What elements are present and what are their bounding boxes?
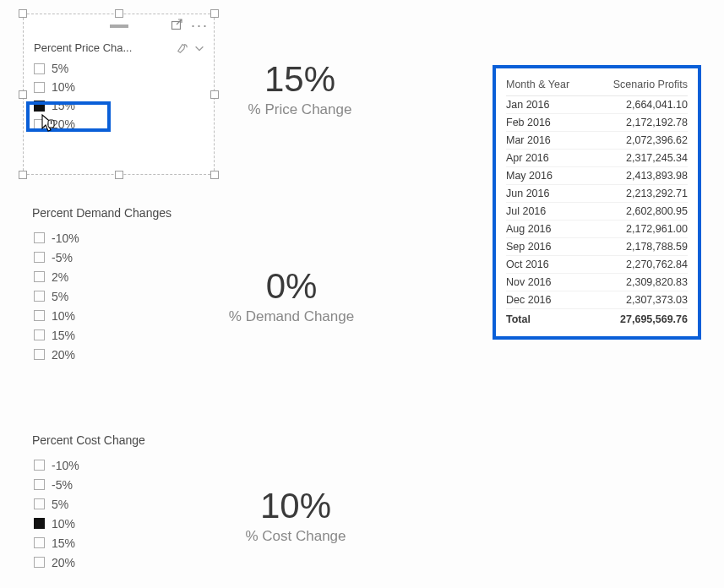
cell-profit: 2,602,800.95 bbox=[590, 203, 688, 220]
checkbox-icon[interactable] bbox=[34, 63, 45, 74]
slicer-option[interactable]: 10% bbox=[32, 514, 145, 533]
table-row[interactable]: May 20162,413,893.98 bbox=[506, 167, 688, 185]
slicer-option[interactable]: 15% bbox=[30, 96, 207, 115]
checkbox-icon[interactable] bbox=[34, 479, 45, 490]
option-label: 2% bbox=[52, 270, 68, 284]
checkbox-icon[interactable] bbox=[34, 119, 45, 130]
cell-profit: 2,664,041.10 bbox=[590, 96, 688, 114]
price-slicer-options: 5% 10% 15% 20% bbox=[24, 59, 214, 177]
checkbox-icon[interactable] bbox=[34, 101, 45, 112]
option-label: 20% bbox=[52, 556, 75, 569]
checkbox-icon[interactable] bbox=[34, 310, 45, 321]
cell-total-value: 27,695,569.76 bbox=[590, 309, 688, 329]
column-header[interactable]: Scenario Profits bbox=[590, 75, 688, 96]
checkbox-icon[interactable] bbox=[34, 537, 45, 548]
cell-month: Mar 2016 bbox=[506, 132, 590, 150]
cell-month: Jun 2016 bbox=[506, 185, 590, 203]
price-slicer-visual[interactable]: ··· Percent Price Cha... 5% 10% 15% 20% bbox=[23, 14, 215, 175]
card-value: 0% bbox=[199, 266, 384, 307]
slicer-option[interactable]: -5% bbox=[32, 248, 171, 267]
table-row[interactable]: Apr 20162,317,245.34 bbox=[506, 150, 688, 167]
slicer-option[interactable]: 20% bbox=[32, 345, 171, 364]
table-row[interactable]: Feb 20162,172,192.78 bbox=[506, 114, 688, 132]
checkbox-icon[interactable] bbox=[34, 329, 45, 340]
slicer-header: Percent Price Cha... bbox=[24, 38, 214, 59]
option-label: 10% bbox=[52, 309, 75, 323]
drag-grip-icon[interactable] bbox=[110, 24, 128, 28]
checkbox-icon[interactable] bbox=[34, 349, 45, 360]
slicer-option[interactable]: 5% bbox=[32, 494, 145, 514]
slicer-option[interactable]: 2% bbox=[32, 267, 171, 286]
option-label: -10% bbox=[52, 231, 79, 245]
table-row[interactable]: Jun 20162,213,292.71 bbox=[506, 185, 688, 203]
cell-profit: 2,307,373.03 bbox=[590, 291, 688, 309]
slicer-option[interactable]: -5% bbox=[32, 475, 145, 494]
slicer-title: Percent Cost Change bbox=[32, 433, 145, 447]
clear-selection-icon[interactable] bbox=[177, 42, 188, 54]
slicer-option[interactable]: 20% bbox=[30, 115, 207, 133]
checkbox-icon[interactable] bbox=[34, 291, 45, 302]
table-row[interactable]: Sep 20162,178,788.59 bbox=[506, 238, 688, 256]
checkbox-icon[interactable] bbox=[34, 232, 45, 243]
cost-slicer[interactable]: Percent Cost Change -10% -5% 5% 10% 15% … bbox=[32, 433, 145, 572]
focus-mode-icon[interactable] bbox=[171, 19, 184, 32]
table-total-row: Total27,695,569.76 bbox=[506, 309, 688, 329]
cell-profit: 2,413,893.98 bbox=[590, 167, 688, 185]
slicer-option[interactable]: 5% bbox=[30, 59, 207, 78]
table-row[interactable]: Dec 20162,307,373.03 bbox=[506, 291, 688, 309]
table-row[interactable]: Jan 20162,664,041.10 bbox=[506, 96, 688, 114]
slicer-option[interactable]: 10% bbox=[30, 78, 207, 96]
slicer-option[interactable]: 20% bbox=[32, 553, 145, 572]
column-header[interactable]: Month & Year bbox=[506, 75, 590, 96]
cell-month: Sep 2016 bbox=[506, 238, 590, 256]
svg-rect-0 bbox=[171, 22, 180, 30]
cell-profit: 2,317,245.34 bbox=[590, 150, 688, 167]
cell-month: Jul 2016 bbox=[506, 203, 590, 220]
cell-total-label: Total bbox=[506, 309, 590, 329]
cell-profit: 2,172,961.00 bbox=[590, 220, 688, 238]
cell-month: Oct 2016 bbox=[506, 256, 590, 274]
checkbox-icon[interactable] bbox=[34, 460, 45, 471]
table-row[interactable]: Mar 20162,072,396.62 bbox=[506, 132, 688, 150]
option-label: 20% bbox=[52, 348, 75, 362]
slicer-option[interactable]: 5% bbox=[32, 286, 171, 306]
option-label: -5% bbox=[52, 251, 73, 264]
option-label: 10% bbox=[52, 80, 75, 94]
card-value: 15% bbox=[211, 59, 389, 100]
cell-profit: 2,270,762.84 bbox=[590, 256, 688, 274]
scenario-profits-table[interactable]: Month & Year Scenario Profits Jan 20162,… bbox=[493, 65, 701, 340]
demand-slicer[interactable]: Percent Demand Changes -10% -5% 2% 5% 10… bbox=[32, 206, 171, 364]
slicer-option[interactable]: 15% bbox=[32, 325, 171, 345]
table-row[interactable]: Oct 20162,270,762.84 bbox=[506, 256, 688, 274]
table-row[interactable]: Aug 20162,172,961.00 bbox=[506, 220, 688, 238]
option-label: 15% bbox=[52, 536, 75, 550]
cell-month: Jan 2016 bbox=[506, 96, 590, 114]
option-label: 5% bbox=[52, 498, 68, 511]
card-label: % Price Change bbox=[211, 101, 389, 118]
cell-month: Nov 2016 bbox=[506, 274, 590, 291]
price-change-card: 15% % Price Change bbox=[211, 59, 389, 118]
slicer-option[interactable]: 10% bbox=[32, 306, 171, 325]
slicer-option[interactable]: -10% bbox=[32, 228, 171, 248]
chevron-down-icon[interactable] bbox=[193, 42, 205, 54]
option-label: 20% bbox=[52, 117, 75, 131]
cell-month: Apr 2016 bbox=[506, 150, 590, 167]
cell-month: May 2016 bbox=[506, 167, 590, 185]
cell-profit: 2,309,820.83 bbox=[590, 274, 688, 291]
checkbox-icon[interactable] bbox=[34, 557, 45, 568]
checkbox-icon[interactable] bbox=[34, 271, 45, 282]
table-row[interactable]: Nov 20162,309,820.83 bbox=[506, 274, 688, 291]
checkbox-icon[interactable] bbox=[34, 518, 45, 529]
more-options-icon[interactable]: ··· bbox=[191, 18, 209, 33]
slicer-option[interactable]: 15% bbox=[32, 533, 145, 553]
option-label: 15% bbox=[52, 329, 75, 342]
cell-month: Aug 2016 bbox=[506, 220, 590, 238]
checkbox-icon[interactable] bbox=[34, 252, 45, 263]
option-label: -5% bbox=[52, 478, 73, 492]
option-label: -10% bbox=[52, 459, 79, 472]
visual-toolbar: ··· bbox=[24, 14, 214, 38]
table-row[interactable]: Jul 20162,602,800.95 bbox=[506, 203, 688, 220]
checkbox-icon[interactable] bbox=[34, 82, 45, 93]
slicer-option[interactable]: -10% bbox=[32, 455, 145, 475]
checkbox-icon[interactable] bbox=[34, 498, 45, 509]
